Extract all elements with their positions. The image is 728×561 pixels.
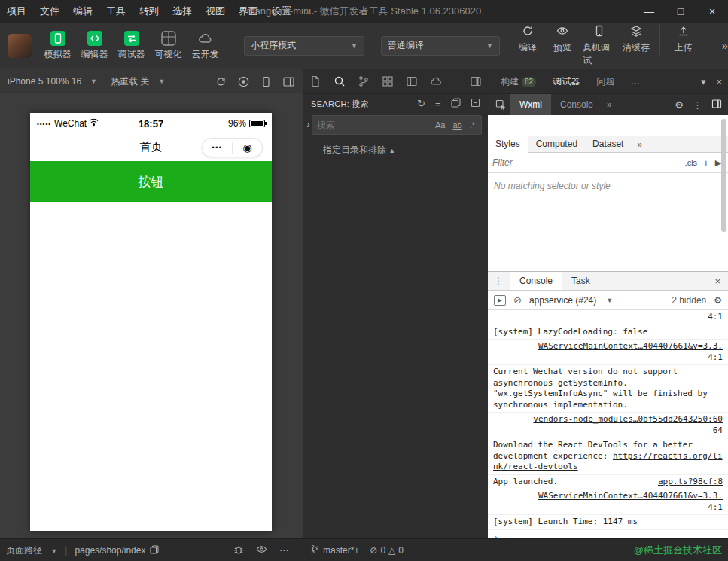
extensions-icon[interactable] xyxy=(382,75,394,87)
minimize-button[interactable]: — xyxy=(633,0,665,23)
source-link[interactable]: app.ts?98cf:8 xyxy=(658,477,723,488)
console-settings-icon[interactable]: ⚙ xyxy=(714,295,722,306)
split-view-icon[interactable] xyxy=(282,75,295,88)
copy-path-icon[interactable] xyxy=(150,545,159,556)
debugger-button[interactable]: 调试器 xyxy=(113,31,150,61)
gear-icon[interactable]: ⚙ xyxy=(675,99,684,111)
git-branch-indicator[interactable]: master*+ xyxy=(310,544,359,556)
menu-select[interactable]: 选择 xyxy=(166,0,199,23)
close-button[interactable]: × xyxy=(696,0,728,23)
rotate-device-icon[interactable] xyxy=(260,75,273,88)
locate-icon[interactable] xyxy=(237,75,250,88)
files-icon[interactable] xyxy=(309,75,321,87)
context-select[interactable]: appservice (#24) ▼ xyxy=(529,295,613,306)
bug-icon[interactable] xyxy=(233,544,244,557)
compile-select[interactable]: 普通编译 ▼ xyxy=(381,36,500,56)
new-style-rule-button[interactable]: + xyxy=(703,157,709,169)
tab-console-bottom[interactable]: Console xyxy=(510,272,562,290)
open-editor-icon[interactable] xyxy=(451,98,461,110)
device-select[interactable]: iPhone 5 100% 16 ▼ xyxy=(8,76,97,87)
search-icon[interactable] xyxy=(334,75,346,87)
console-input-row[interactable]: › xyxy=(488,530,728,538)
match-case-toggle[interactable]: Aa xyxy=(434,120,446,130)
regex-toggle[interactable]: .* xyxy=(468,120,477,130)
menu-goto[interactable]: 转到 xyxy=(133,0,166,23)
maximize-button[interactable]: □ xyxy=(665,0,696,23)
more-menu-button[interactable]: ••• xyxy=(203,144,232,151)
tab-console[interactable]: Console xyxy=(551,94,602,115)
page-path-select[interactable]: 页面路径 ▼ xyxy=(6,544,57,557)
style-filter-input[interactable] xyxy=(492,157,679,168)
chevron-up-icon: ▲ xyxy=(388,147,395,154)
refresh-icon[interactable] xyxy=(215,75,227,88)
menu-view[interactable]: 视图 xyxy=(199,0,232,23)
source-link[interactable]: WAServiceMainContext…404407661&v=3.3. xyxy=(493,341,723,352)
panel-layout-icon[interactable] xyxy=(406,75,418,87)
close-panel-icon[interactable]: × xyxy=(716,76,722,87)
expand-search-icon[interactable]: › xyxy=(305,115,312,130)
source-location[interactable]: 4:1 xyxy=(493,352,723,364)
whole-word-toggle[interactable]: ab xyxy=(451,120,463,130)
clear-search-icon[interactable] xyxy=(471,98,480,110)
inspect-element-icon[interactable] xyxy=(491,99,510,111)
style-tabs-overflow[interactable]: » xyxy=(631,139,648,150)
menu-file[interactable]: 文件 xyxy=(33,0,66,23)
devtools-scrollbar[interactable] xyxy=(721,119,726,232)
git-icon[interactable] xyxy=(358,75,370,87)
hot-reload-select[interactable]: 热重载 关 ▼ xyxy=(111,75,165,88)
toggle-class-button[interactable]: .cls xyxy=(685,158,698,167)
tab-problems[interactable]: 问题 xyxy=(589,69,621,94)
simulator-button[interactable]: 模拟器 xyxy=(39,31,76,61)
problems-indicator[interactable]: ⊘ 0 △ 0 xyxy=(370,545,404,556)
hidden-count[interactable]: 2 hidden xyxy=(672,295,706,306)
eval-context-icon[interactable]: ▶ xyxy=(494,295,506,306)
kebab-menu-icon[interactable]: ⋮ xyxy=(693,99,702,111)
tab-dataset[interactable]: Dataset xyxy=(585,136,631,153)
more-actions-icon[interactable]: ⋯ xyxy=(279,545,288,556)
cloud-sync-icon[interactable] xyxy=(430,75,442,87)
toolbar-overflow-button[interactable]: » xyxy=(722,39,728,52)
tab-wxml[interactable]: Wxml xyxy=(510,94,551,115)
cloud-dev-button[interactable]: 云开发 xyxy=(187,31,224,61)
visualize-button[interactable]: 可视化 xyxy=(150,31,187,61)
eye-icon[interactable] xyxy=(256,544,267,557)
compile-button[interactable]: 编译 xyxy=(510,25,545,67)
page-path-value[interactable]: pages/shop/index xyxy=(75,545,145,556)
menu-tools[interactable]: 工具 xyxy=(99,0,133,23)
tab-debugger[interactable]: 调试器 xyxy=(546,69,586,94)
upload-button[interactable]: 上传 xyxy=(666,25,701,67)
drag-handle-icon[interactable]: ⋮ xyxy=(488,276,510,286)
mode-select[interactable]: 小程序模式 ▼ xyxy=(244,36,364,56)
user-avatar[interactable] xyxy=(8,34,32,58)
tab-task[interactable]: Task xyxy=(562,272,599,290)
dock-side-icon[interactable] xyxy=(711,99,722,111)
real-device-debug-button[interactable]: 真机调试 xyxy=(580,25,619,67)
clear-cache-button[interactable]: 清缓存 xyxy=(619,25,653,67)
collapse-results-icon[interactable]: ≡ xyxy=(435,98,441,110)
tabs-overflow[interactable]: » xyxy=(602,99,617,110)
wxml-element-tree[interactable] xyxy=(488,115,728,136)
clear-console-icon[interactable]: ⊘ xyxy=(513,294,522,306)
styles-pane-divider[interactable] xyxy=(605,173,605,271)
source-location[interactable]: 64 xyxy=(493,425,723,437)
source-location[interactable]: 4:1 xyxy=(493,312,723,323)
editor-button[interactable]: 编辑器 xyxy=(76,31,113,61)
search-input[interactable] xyxy=(317,120,434,130)
close-console-icon[interactable]: × xyxy=(707,276,728,287)
dir-filter-toggle[interactable]: 指定目录和排除 ▲ xyxy=(303,135,488,157)
mini-program-button[interactable]: 按钮 xyxy=(30,161,272,202)
refresh-results-icon[interactable]: ↻ xyxy=(417,98,425,110)
tab-build[interactable]: 构建82 xyxy=(494,69,543,94)
tab-computed[interactable]: Computed xyxy=(528,136,585,153)
menu-project[interactable]: 项目 xyxy=(0,0,33,23)
source-link[interactable]: WAServiceMainContext…404407661&v=3.3. xyxy=(493,491,723,502)
tab-styles[interactable]: Styles xyxy=(488,136,528,153)
preview-button[interactable]: 预览 xyxy=(545,25,580,67)
tab-more[interactable]: … xyxy=(624,69,647,94)
dock-panel-icon[interactable] xyxy=(470,75,482,87)
home-button[interactable]: ◉ xyxy=(233,142,262,154)
menu-edit[interactable]: 编辑 xyxy=(66,0,99,23)
source-location[interactable]: 4:1 xyxy=(493,502,723,514)
collapse-panel-icon[interactable]: ▾ xyxy=(701,76,706,87)
source-link[interactable]: vendors-node_modules…0bf55dd2643250:60 xyxy=(493,414,723,425)
